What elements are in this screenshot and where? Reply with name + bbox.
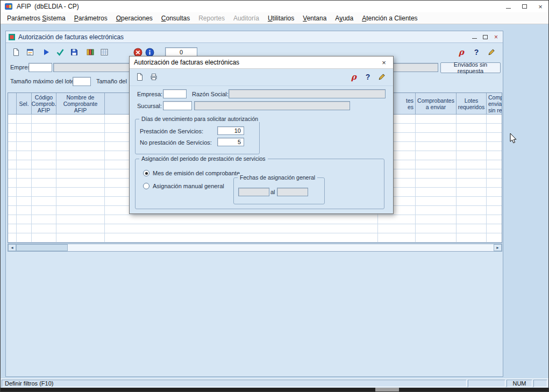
- grid-column-header[interactable]: Código Comprob. AFIP: [32, 93, 56, 115]
- grid-cell: [416, 169, 457, 178]
- grid-cell: [17, 188, 32, 196]
- maximize-button[interactable]: [516, 1, 532, 12]
- child-maximize-button[interactable]: [481, 33, 490, 41]
- grid-column-header[interactable]: Comproba enviado sin respu: [487, 93, 502, 115]
- grid-cell: [487, 188, 502, 196]
- grid-column-header[interactable]: Sel.: [17, 93, 32, 115]
- info-circle-icon: [145, 48, 154, 57]
- grid-cell: [8, 169, 17, 178]
- close-button[interactable]: ×: [532, 1, 548, 12]
- grid-cell: [487, 133, 502, 141]
- grid-cell: [8, 206, 17, 215]
- grid-cell: [416, 206, 457, 215]
- grid-cell: [56, 142, 105, 151]
- grid-cell: [487, 179, 502, 187]
- grid-cell: [487, 224, 502, 233]
- grid-row[interactable]: [8, 233, 502, 243]
- grid-cell: [487, 169, 502, 178]
- grid-cell: [487, 215, 502, 224]
- grid-cell: [8, 133, 17, 141]
- hotkeys-button[interactable]: [486, 46, 497, 58]
- dialog-empresa-field[interactable]: [163, 89, 187, 98]
- dialog-hotkeys-button[interactable]: [376, 71, 388, 83]
- grid-cell: [487, 233, 502, 242]
- menu-ventana[interactable]: Ventana: [298, 15, 331, 22]
- enviados-sin-respuesta-button[interactable]: Enviados sin respuesta: [440, 62, 501, 73]
- fecha-desde-field[interactable]: [238, 188, 269, 196]
- help-button[interactable]: ?: [470, 46, 482, 58]
- grid-cell: [457, 160, 487, 169]
- new-button[interactable]: [10, 46, 22, 58]
- grid-cell: [416, 151, 457, 160]
- grid-column-header[interactable]: Comprobantes a enviar: [416, 93, 457, 115]
- dialog-help-button[interactable]: ?: [362, 71, 374, 83]
- columns-button[interactable]: [84, 46, 96, 58]
- grid-cell: [457, 142, 487, 151]
- menu-atencion-a-clientes[interactable]: Atención a Clientes: [358, 15, 422, 22]
- menu-ayuda[interactable]: Ayuda: [331, 15, 358, 22]
- minimize-icon: [506, 8, 511, 9]
- rho-button[interactable]: ρ: [455, 46, 467, 58]
- scrollbar-thumb[interactable]: [16, 244, 68, 251]
- radio-unselected-icon: [143, 183, 149, 189]
- menu-parametros-sistema[interactable]: Parámetros Sistema: [3, 15, 70, 22]
- grid-cell: [32, 206, 56, 215]
- grid-cell: [56, 188, 105, 196]
- grid-cell: [378, 215, 416, 224]
- scroll-right-button[interactable]: ►: [494, 244, 502, 251]
- dialog-razon-social-field[interactable]: [229, 89, 386, 98]
- properties-button[interactable]: [24, 46, 36, 58]
- rho-icon: ρ: [351, 72, 357, 82]
- grid-row[interactable]: [8, 215, 502, 224]
- dialog-rho-button[interactable]: ρ: [348, 71, 360, 83]
- minimize-button[interactable]: [500, 1, 516, 12]
- dialog-new-button[interactable]: [134, 71, 146, 83]
- grid-cell: [8, 115, 17, 123]
- child-window-icon: [8, 33, 16, 41]
- dialog-print-button[interactable]: [148, 71, 160, 83]
- grid-cell: [17, 215, 32, 224]
- dialog-sucursal-field[interactable]: [163, 101, 192, 110]
- grid-cell: [8, 151, 17, 160]
- grid-row[interactable]: [8, 224, 502, 233]
- child-minimize-button[interactable]: [470, 33, 479, 41]
- form-properties-icon: [26, 48, 34, 56]
- prestacion-field[interactable]: 10: [217, 126, 244, 135]
- dialog-close-button[interactable]: ×: [375, 56, 393, 68]
- pen-icon: [377, 73, 386, 81]
- confirm-button[interactable]: [54, 46, 66, 58]
- empresa-code-field[interactable]: [28, 63, 52, 72]
- window-bottom-edge: [1, 388, 548, 391]
- no-prestacion-field[interactable]: 5: [217, 138, 244, 146]
- horizontal-scrollbar[interactable]: ◄ ►: [8, 244, 502, 252]
- menu-consultas[interactable]: Consultas: [157, 15, 194, 22]
- radio-mes-emision[interactable]: Mes de emisión del comprobante: [143, 170, 240, 176]
- grid-cell: [17, 142, 32, 151]
- dialog-sucursal-name-field[interactable]: [194, 101, 350, 110]
- grid-cell: [32, 197, 56, 205]
- child-close-button[interactable]: ×: [491, 33, 501, 41]
- grid-cell: [17, 115, 32, 123]
- scroll-left-button[interactable]: ◄: [8, 244, 16, 251]
- grid-cell: [17, 224, 32, 233]
- menu-utilitarios[interactable]: Utilitarios: [263, 15, 298, 22]
- grid-cell: [487, 160, 502, 169]
- al-label: al: [270, 189, 275, 195]
- menu-operaciones[interactable]: Operaciones: [112, 15, 157, 22]
- grid-cell: [32, 188, 56, 196]
- columns-icon: [86, 48, 95, 56]
- export-button[interactable]: [98, 46, 110, 58]
- grid-column-header[interactable]: Nombre de Comprobante AFIP: [56, 93, 105, 115]
- grid-column-header[interactable]: [8, 93, 17, 115]
- grid-column-header[interactable]: Lotes requeridos: [457, 93, 487, 115]
- save-button[interactable]: [68, 46, 80, 58]
- grid-cell: [487, 124, 502, 132]
- menu-parametros[interactable]: Parámetros: [70, 15, 112, 22]
- fecha-hasta-field[interactable]: [277, 188, 308, 196]
- printer-icon: [149, 73, 158, 81]
- grid-cell: [32, 215, 56, 224]
- run-button[interactable]: [40, 46, 52, 58]
- tamano-lote-field[interactable]: [73, 77, 91, 86]
- no-prestacion-label: No prestación de Servicios:: [140, 139, 212, 146]
- radio-asignacion-manual[interactable]: Asignación manual general: [143, 183, 224, 189]
